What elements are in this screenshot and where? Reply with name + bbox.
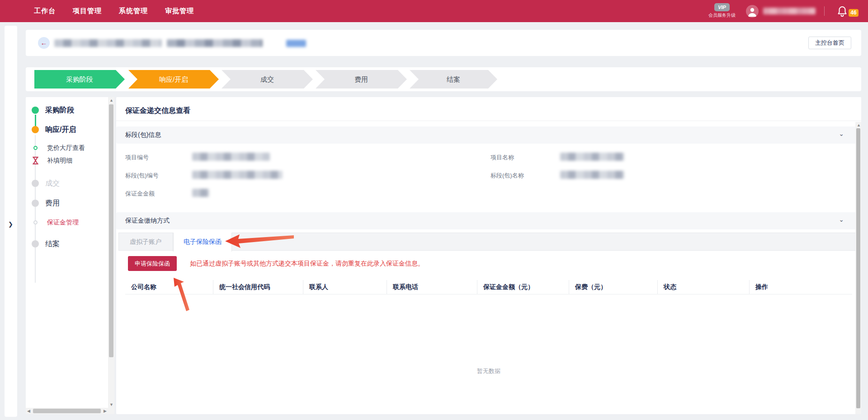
hourglass-icon — [32, 157, 39, 164]
sidebar-item-response-open[interactable]: 响应/开启 — [45, 125, 76, 135]
tab-electronic-insurance-letter[interactable]: 电子保险保函 — [173, 233, 232, 252]
chevron-down-icon[interactable]: ⌄ — [839, 130, 844, 137]
section-package-info: 标段(包)信息 ⌄ — [116, 126, 857, 144]
empty-state-text: 暂无数据 — [116, 367, 861, 375]
vip-caption: 会员服务升级 — [706, 12, 738, 19]
duplicate-deposit-warning: 如已通过虚拟子账号或其他方式递交本项目保证金，请勿重复在此录入保证金信息。 — [190, 260, 424, 268]
sidebar-item-fees[interactable]: 费用 — [45, 199, 60, 208]
col-premium: 保费（元） — [569, 280, 657, 294]
notification-count-badge[interactable]: 46 — [849, 9, 859, 17]
dot-procurement-phase — [32, 107, 39, 114]
col-company-name: 公司名称 — [125, 280, 213, 294]
step-response-open[interactable]: 响应/开启 — [128, 70, 219, 89]
sidebar-item-closure[interactable]: 结案 — [45, 239, 60, 249]
avatar[interactable] — [746, 5, 759, 18]
col-contact-phone: 联系电话 — [387, 280, 477, 294]
status-chip-blurred — [286, 40, 306, 47]
top-navbar: 工作台 项目管理 系统管理 审批管理 VIP 会员服务升级 46 — [0, 0, 868, 22]
divider — [116, 121, 861, 121]
col-credit-code: 统一社会信用代码 — [213, 280, 303, 294]
ring-bidding-hall — [33, 146, 38, 150]
nav-item-system-mgmt[interactable]: 系统管理 — [119, 7, 148, 15]
panel-expand-icon[interactable]: ❯ — [8, 221, 13, 228]
header-card: ← 主控台首页 — [26, 30, 861, 56]
page: 工作台 项目管理 系统管理 审批管理 VIP 会员服务升级 46 ❯ — [0, 0, 868, 420]
sidebar-item-deal[interactable]: 成交 — [45, 179, 60, 188]
value-project-name-blurred — [560, 153, 624, 161]
dot-response-open — [32, 126, 39, 133]
col-actions: 操作 — [749, 280, 849, 294]
sidebar-item-bidding-hall-view[interactable]: 竞价大厅查看 — [47, 144, 85, 152]
collapsed-panel-strip: ❯ — [5, 26, 17, 417]
project-title-blurred — [54, 39, 162, 47]
value-deposit-amount-blurred — [192, 189, 209, 197]
ring-deposit-mgmt — [33, 220, 38, 224]
dot-deal — [32, 180, 39, 187]
sidebar-vertical-scrollbar[interactable]: ▲ ▼ — [108, 97, 114, 408]
label-package-number: 标段(包)编号 — [125, 172, 159, 180]
section-title: 标段(包)信息 — [125, 131, 161, 139]
label-deposit-amount: 保证金金额 — [125, 190, 155, 198]
step-procurement-phase[interactable]: 采购阶段 — [34, 70, 125, 89]
value-package-name-blurred — [560, 171, 624, 179]
apply-insurance-letter-button[interactable]: 申请保险保函 — [128, 256, 177, 271]
col-status: 状态 — [657, 280, 749, 294]
value-project-number-blurred — [192, 153, 270, 161]
project-title-blurred-2 — [167, 39, 263, 47]
nav-item-workbench[interactable]: 工作台 — [34, 7, 56, 15]
main-vertical-scrollbar[interactable]: ▲ — [855, 122, 861, 414]
main-content: 保证金递交信息查看 标段(包)信息 ⌄ 项目编号 项目名称 标段(包)编号 标段… — [116, 97, 861, 414]
label-project-number: 项目编号 — [125, 154, 149, 162]
label-package-name: 标段(包)名称 — [491, 172, 524, 180]
section-payment-method: 保证金缴纳方式 ⌄ — [116, 212, 857, 229]
nav-divider — [824, 6, 825, 16]
nav-menu: 工作台 项目管理 系统管理 审批管理 — [34, 0, 194, 22]
vip-upgrade[interactable]: VIP 会员服务升级 — [706, 3, 738, 19]
person-icon — [748, 7, 757, 17]
tab-virtual-sub-account[interactable]: 虚拟子账户 — [118, 233, 173, 251]
dot-closure — [32, 240, 39, 247]
step-fees[interactable]: 费用 — [316, 70, 407, 89]
sidebar-item-deposit-management[interactable]: 保证金管理 — [47, 219, 79, 227]
nav-item-project-mgmt[interactable]: 项目管理 — [73, 7, 102, 15]
nav-item-approval-mgmt[interactable]: 审批管理 — [165, 7, 194, 15]
bell-icon[interactable] — [837, 6, 847, 17]
process-steps: 采购阶段 响应/开启 成交 费用 结案 — [26, 67, 861, 91]
username-blurred — [763, 8, 816, 14]
chevron-down-icon[interactable]: ⌄ — [839, 216, 844, 223]
back-button[interactable]: ← — [38, 37, 50, 49]
step-deal[interactable]: 成交 — [222, 70, 313, 89]
col-deposit-amount: 保证金金额（元） — [477, 280, 569, 294]
guarantee-table-header: 公司名称 统一社会信用代码 联系人 联系电话 保证金金额（元） 保费（元） 状态… — [125, 280, 852, 294]
label-project-name: 项目名称 — [491, 154, 514, 162]
col-contact-person: 联系人 — [303, 280, 387, 294]
sidebar-horizontal-scrollbar[interactable]: ◀ ▶ — [26, 408, 114, 414]
sidebar-timeline: 采购阶段 响应/开启 竞价大厅查看 补填明细 成交 费用 保证金管理 结案 ▲ … — [26, 97, 114, 414]
dot-fees — [32, 200, 39, 207]
sidebar-item-supplement-detail[interactable]: 补填明细 — [47, 157, 72, 165]
step-closure[interactable]: 结案 — [410, 70, 497, 89]
console-home-button[interactable]: 主控台首页 — [808, 37, 851, 49]
payment-tabs: 虚拟子账户 电子保险保函 — [118, 233, 857, 251]
section-title: 保证金缴纳方式 — [125, 217, 170, 225]
value-package-number-blurred — [192, 171, 283, 179]
sidebar-item-procurement-phase[interactable]: 采购阶段 — [45, 106, 74, 115]
vip-icon: VIP — [714, 3, 730, 11]
page-title: 保证金递交信息查看 — [125, 106, 190, 116]
